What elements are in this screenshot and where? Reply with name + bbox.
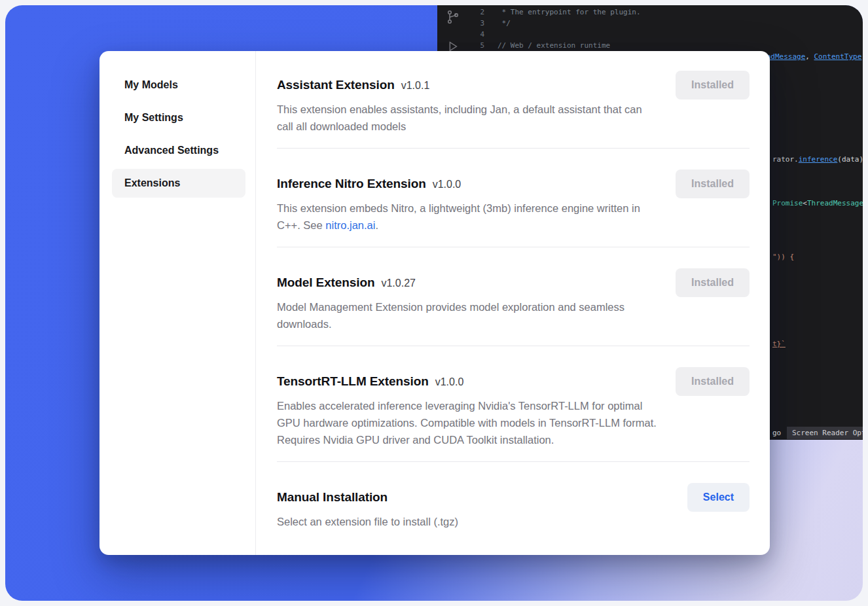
code-token: , bbox=[805, 52, 814, 61]
code-text: */ bbox=[497, 18, 511, 29]
extension-row-header: Inference Nitro Extensionv1.0.0Installed bbox=[277, 169, 750, 198]
extension-title: Inference Nitro Extension bbox=[277, 177, 426, 191]
extension-description: This extension embeds Nitro, a lightweig… bbox=[277, 200, 657, 234]
code-token: inference bbox=[799, 155, 838, 164]
hero-canvas: 2 * The entrypoint for the plugin.3 */45… bbox=[5, 5, 863, 601]
extension-version: v1.0.1 bbox=[401, 80, 430, 92]
extension-row-header: Manual InstallationSelect bbox=[277, 483, 750, 512]
extension-title-group: Model Extensionv1.0.27 bbox=[277, 276, 416, 290]
extension-version: v1.0.0 bbox=[435, 376, 464, 388]
installed-button[interactable]: Installed bbox=[676, 367, 750, 396]
line-number: 3 bbox=[437, 18, 484, 29]
code-token: // Web / extension runtime bbox=[497, 41, 610, 50]
code-text: * The entrypoint for the plugin. bbox=[497, 7, 641, 18]
code-line: 5// Web / extension runtime bbox=[437, 40, 863, 51]
line-number: 5 bbox=[437, 40, 484, 51]
installed-button[interactable]: Installed bbox=[676, 169, 750, 198]
settings-card: My ModelsMy SettingsAdvanced SettingsExt… bbox=[99, 51, 770, 555]
code-token: Promise bbox=[772, 199, 803, 207]
extensions-list: Assistant Extensionv1.0.1InstalledThis e… bbox=[256, 51, 770, 555]
extension-row-header: TensortRT-LLM Extensionv1.0.0Installed bbox=[277, 367, 750, 396]
code-token: t}` bbox=[772, 340, 786, 348]
extension-title-group: TensortRT-LLM Extensionv1.0.0 bbox=[277, 374, 463, 389]
code-token: rator. bbox=[772, 155, 799, 164]
extension-title: Manual Installation bbox=[277, 490, 388, 505]
extension-title: Model Extension bbox=[277, 276, 374, 290]
code-text: // Web / extension runtime bbox=[497, 40, 610, 51]
extension-version: v1.0.27 bbox=[381, 277, 415, 289]
extension-title: TensortRT-LLM Extension bbox=[277, 374, 429, 389]
code-fragment: ")) { bbox=[772, 252, 794, 262]
sidebar-item-advanced-settings[interactable]: Advanced Settings bbox=[112, 136, 245, 165]
nitro-jan-ai-link[interactable]: nitro.jan.ai bbox=[325, 219, 375, 231]
extension-row-header: Assistant Extensionv1.0.1Installed bbox=[277, 71, 750, 99]
extension-row: Assistant Extensionv1.0.1InstalledThis e… bbox=[277, 71, 750, 149]
extension-description: Enables accelerated inference leveraging… bbox=[277, 397, 657, 448]
sidebar-nav: My ModelsMy SettingsAdvanced SettingsExt… bbox=[112, 71, 255, 198]
sidebar-item-extensions[interactable]: Extensions bbox=[112, 169, 245, 198]
line-number: 4 bbox=[437, 29, 484, 40]
code-token: * The entrypoint for the plugin. bbox=[497, 8, 641, 16]
extension-title-group: Assistant Extensionv1.0.1 bbox=[277, 78, 429, 92]
code-fragment: rator.inference(data)); bbox=[772, 154, 863, 165]
line-number: 2 bbox=[437, 7, 484, 18]
sidebar-item-my-models[interactable]: My Models bbox=[112, 71, 245, 99]
settings-sidebar: My ModelsMy SettingsAdvanced SettingsExt… bbox=[99, 51, 256, 555]
code-fragment: Promise<ThreadMessage> bbox=[772, 198, 863, 209]
extension-title-group: Inference Nitro Extensionv1.0.0 bbox=[277, 177, 461, 191]
extension-title: Assistant Extension bbox=[277, 78, 395, 92]
extension-description: This extension enables assistants, inclu… bbox=[277, 101, 657, 135]
extension-row: Model Extensionv1.0.27InstalledModel Man… bbox=[277, 247, 750, 346]
code-line: 2 * The entrypoint for the plugin. bbox=[437, 7, 863, 18]
extension-row: TensortRT-LLM Extensionv1.0.0InstalledEn… bbox=[277, 346, 750, 462]
extension-version: v1.0.0 bbox=[433, 179, 461, 190]
code-line: 3 */ bbox=[437, 18, 863, 29]
code-token: ThreadMessage bbox=[807, 199, 863, 207]
extension-title-group: Manual Installation bbox=[277, 490, 388, 505]
installed-button[interactable]: Installed bbox=[676, 268, 750, 297]
extension-description: Model Management Extension provides mode… bbox=[277, 298, 657, 332]
screen-reader-badge: Screen Reader Optimize bbox=[787, 427, 863, 439]
extension-row-header: Model Extensionv1.0.27Installed bbox=[277, 268, 750, 297]
sidebar-item-my-settings[interactable]: My Settings bbox=[112, 103, 245, 132]
extension-description: Select an extension file to install (.tg… bbox=[277, 513, 657, 530]
code-token: (data)); bbox=[837, 155, 863, 164]
extension-row: Inference Nitro Extensionv1.0.0Installed… bbox=[277, 149, 750, 247]
code-token: ContentType bbox=[814, 52, 862, 61]
extension-row: Manual InstallationSelectSelect an exten… bbox=[277, 462, 750, 543]
code-fragment: t}` bbox=[772, 339, 786, 349]
code-token: */ bbox=[497, 19, 511, 27]
select-button[interactable]: Select bbox=[687, 483, 750, 512]
code-token: ")) { bbox=[772, 253, 794, 261]
status-text: go bbox=[772, 429, 781, 437]
installed-button[interactable]: Installed bbox=[676, 71, 750, 99]
code-line: 4 bbox=[437, 29, 863, 40]
code-token: < bbox=[803, 199, 807, 207]
